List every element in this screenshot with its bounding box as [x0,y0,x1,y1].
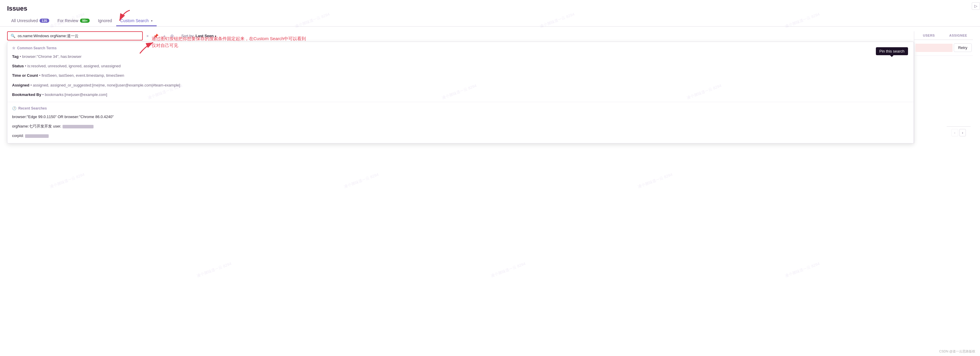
main-left: 🔍 × 📌 + ⚙ Sort by: Last Seen ▾ [7,31,973,144]
prev-page-button[interactable]: ‹ [951,129,958,136]
pin-tooltip-text: Pin this search [880,49,904,53]
recent-item-text: orgName:七巧开发开发 user. [12,124,95,128]
common-searches-header: ☆ Common Search Terms [7,44,914,52]
right-col-headers: USERS ASSIGNEE [914,31,973,40]
watermark-text: 凌小脓味道一云 8294 [490,261,526,278]
chevron-down-icon: ▾ [151,19,153,22]
watermark-text: 凌小脓味道一云 8294 [49,172,85,189]
item-desc: • is:resolved, unresolved, ignored, assi… [25,64,121,68]
search-input[interactable] [18,34,139,38]
pin-search-button[interactable]: 📌 [152,33,160,39]
tab-ignored-label: Ignored [98,18,112,23]
tab-all-unresolved-label: All Unresolved [11,18,38,23]
sort-label: Sort by: Last Seen ▾ [181,34,216,38]
tab-ignored[interactable]: Ignored [94,16,116,26]
dropdown-panel: ☆ Common Search Terms Tag • browser:"Chr… [7,42,914,144]
list-item[interactable]: Time or Count • firstSeen, lastSeen, eve… [7,71,914,80]
page-container: Issues ▷ All Unresolved 135 For Review 9… [0,0,980,356]
next-page-button[interactable]: › [959,129,966,136]
item-label: Tag [12,54,19,59]
main-content: 🔍 × 📌 + ⚙ Sort by: Last Seen ▾ [0,27,980,148]
pagination-row: ‹ › [947,126,970,139]
recent-searches-section: 🕐 Recent Searches browser:"Edge 99.0.115… [7,102,914,143]
watermark-text: 凌小脓味道一云 8294 [343,172,379,189]
add-search-button[interactable]: + [162,33,167,39]
recent-searches-title: Recent Searches [18,106,47,110]
pin-tooltip: Pin this search [876,47,908,55]
list-item[interactable]: Assigned • assigned, assigned_or_suggest… [7,81,914,90]
recent-item-text: browser:"Edge 99.0.1150" OR browser:"Chr… [12,115,114,119]
tab-all-unresolved-badge: 135 [40,19,49,23]
users-bar [915,44,953,52]
expand-button[interactable]: ▷ [972,2,980,10]
content-area: 🔍 × 📌 + ⚙ Sort by: Last Seen ▾ [7,31,973,144]
item-desc: • assigned, assigned_or_suggested:[me|me… [30,83,180,87]
retry-button[interactable]: Retry [954,43,972,52]
watermark-text: 凌小脓味道一云 8294 [196,261,232,278]
tab-custom-search[interactable]: Custom Search ▾ [116,16,157,26]
settings-search-button[interactable]: ⚙ [169,33,175,39]
item-desc: • bookmarks:[me|user@example.com] [43,93,107,97]
item-label: Bookmarked By [12,93,41,97]
watermark-text: 凌小脓味道一云 8294 [637,172,673,189]
recent-searches-header: 🕐 Recent Searches [7,104,914,112]
tab-custom-search-label: Custom Search [120,18,149,23]
sort-value: Last Seen [196,34,213,38]
list-item[interactable]: Status • is:resolved, unresolved, ignore… [7,61,914,71]
common-searches-section: ☆ Common Search Terms Tag • browser:"Chr… [7,42,914,102]
sort-chevron-icon: ▾ [215,35,216,38]
search-icon: 🔍 [11,34,15,38]
recent-item-text: corpId: [12,133,50,138]
tab-all-unresolved[interactable]: All Unresolved 135 [7,16,53,26]
clear-search-button[interactable]: × [145,33,150,39]
item-label: Assigned [12,83,30,87]
sort-label-text: Sort by: [181,34,194,38]
item-desc: • firstSeen, lastSeen, event.timestamp, … [39,73,124,78]
right-column: USERS ASSIGNEE Retry ‹ › [914,31,973,144]
tab-for-review[interactable]: For Review 99+ [53,16,94,26]
issue-right-row: Retry [914,40,973,56]
search-bar-row: 🔍 × 📌 + ⚙ Sort by: Last Seen ▾ [7,31,914,40]
blurred-content [62,125,94,128]
page-title: Issues [7,5,27,13]
watermark-text: 凌小脓味道一云 8294 [784,261,820,278]
users-column-header: USERS [914,31,944,40]
clock-icon: 🕐 [12,106,16,110]
footer-text: CSDN @道一云思路版权 [939,349,975,354]
recent-item[interactable]: orgName:七巧开发开发 user. [7,121,914,131]
item-label: Status [12,64,24,68]
search-input-wrapper: 🔍 [7,31,143,40]
item-desc: • browser:"Chrome 34", has:browser [20,54,82,59]
header: Issues ▷ All Unresolved 135 For Review 9… [0,0,980,27]
tab-for-review-badge: 99+ [80,19,90,23]
star-icon: ☆ [12,46,15,50]
tab-for-review-label: For Review [57,18,78,23]
common-searches-title: Common Search Terms [17,46,57,50]
tabs-row: All Unresolved 135 For Review 99+ Ignore… [7,16,973,26]
assignee-column-header: ASSIGNEE [944,31,973,40]
recent-item[interactable]: corpId: [7,131,914,140]
recent-item[interactable]: browser:"Edge 99.0.1150" OR browser:"Chr… [7,112,914,121]
item-label: Time or Count [12,73,38,78]
blurred-content [25,134,49,138]
list-item[interactable]: Tag • browser:"Chrome 34", has:browser [7,52,914,61]
list-item[interactable]: Bookmarked By • bookmarks:[me|user@examp… [7,90,914,99]
